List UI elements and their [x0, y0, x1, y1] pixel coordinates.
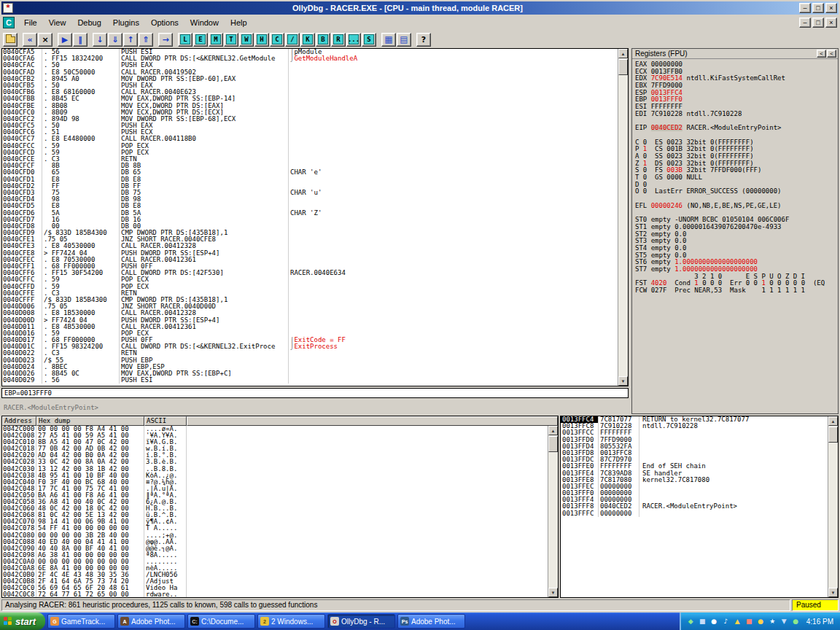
- dump-row[interactable]: 0042C088 40 ED 40 00 04 41 41 00 @φ@..AA…: [2, 539, 548, 545]
- disasm-row[interactable]: 0040D006 .75 05 JNZ SHORT RACER.0040D00D: [2, 303, 618, 310]
- disasm-row[interactable]: 0040CFB6 . E8 68160000 CALL RACER.0040E6…: [2, 89, 618, 96]
- register-line[interactable]: [635, 195, 838, 203]
- disasm-row[interactable]: 0040CFAD . E8 50C50000 CALL RACER.004195…: [2, 69, 618, 76]
- dump-row[interactable]: 0042C068 81 0C 42 00 5E 13 42 00 ü.B.^.B…: [2, 512, 548, 518]
- menu-item[interactable]: Plugins: [107, 16, 145, 29]
- dump-row[interactable]: 0042C070 98 14 41 00 06 9B 41 00 ÿ¶A..¢A…: [2, 518, 548, 525]
- cpu-restore-button[interactable]: □: [812, 18, 824, 28]
- register-line[interactable]: ECX 0013FFB0: [635, 69, 838, 76]
- task-ollydbg[interactable]: O OllyDbg - R...: [327, 614, 395, 629]
- menu-item[interactable]: Options: [145, 16, 184, 29]
- register-line[interactable]: [635, 209, 838, 217]
- disasm-row[interactable]: 0040CFC6 . 51 PUSH ECX: [2, 129, 618, 136]
- disasm-row[interactable]: 0040CFE3 . E8 40530000 CALL RACER.004123…: [2, 243, 618, 249]
- registers-pager-right[interactable]: <: [827, 50, 836, 58]
- task-gametracker[interactable]: G GameTrack...: [47, 614, 115, 629]
- dump-row[interactable]: 0042C058 36 A8 41 00 40 0C 42 00 6¿A.@.B…: [2, 499, 548, 505]
- step-into-icon[interactable]: ↓: [93, 33, 107, 47]
- step-over-icon[interactable]: ⇓: [108, 33, 122, 47]
- pane-letter-button[interactable]: ...: [346, 33, 361, 47]
- disasm-row[interactable]: 0040CFCD . 59 POP ECX: [2, 149, 618, 156]
- menu-item[interactable]: Debug: [71, 16, 106, 29]
- task-adobe-photoshop-1[interactable]: A Adobe Phot...: [117, 614, 185, 629]
- disasm-row[interactable]: 0040CFAC . 50 PUSH EAX: [2, 62, 618, 69]
- pane-letter-button[interactable]: M: [209, 33, 223, 47]
- register-line[interactable]: ST2 empty 0.0: [635, 231, 838, 238]
- dump-row[interactable]: 0042C0C8 72 64 77 61 72 65 00 00 rdware.…: [2, 591, 548, 597]
- disasm-row[interactable]: 0040D01C . FF15 98324200 CALL DWORD PTR …: [2, 343, 618, 350]
- dump-row[interactable]: 0042C098 A6 38 41 00 00 00 00 00 ª8A....…: [2, 552, 548, 559]
- usb-icon[interactable]: ▼: [779, 618, 789, 625]
- messenger-icon[interactable]: ■: [744, 618, 754, 625]
- start-button[interactable]: start: [0, 612, 45, 630]
- disasm-row[interactable]: 0040CFA6 . FF15 18324200 CALL DWORD PTR …: [2, 55, 618, 62]
- disasm-row[interactable]: 0040CFEC . E8 70530000 CALL RACER.004123…: [2, 257, 618, 263]
- scroll-up-icon[interactable]: ▲: [548, 426, 558, 435]
- dump-row[interactable]: 0042C0C0 56 69 64 65 6F 20 48 61 Video H…: [2, 585, 548, 591]
- stack-row[interactable]: 0013FFE4 7C839AD8 SE handler: [561, 470, 828, 477]
- register-line[interactable]: EAX 00000000: [635, 61, 838, 69]
- scroll-down-icon[interactable]: ▼: [828, 588, 838, 597]
- pane-letter-button[interactable]: W: [239, 33, 254, 47]
- scroll-down-icon[interactable]: ▼: [548, 588, 558, 597]
- stack-row[interactable]: 0013FFF8 0040CED2 RACER.<ModuleEntryPoin…: [561, 503, 828, 510]
- disasm-row[interactable]: 0040D017 . 68 FF000000 PUSH 0FF ⌠ExitCod…: [2, 337, 618, 343]
- dump-row[interactable]: 0042C0A8 6E 8A 41 00 00 00 00 00 nèA....…: [2, 565, 548, 572]
- register-line[interactable]: P 1 CS 001B 32bit 0(FFFFFFFF): [635, 146, 838, 153]
- close-program-icon[interactable]: ×: [38, 33, 52, 47]
- run-icon[interactable]: ▶: [58, 33, 72, 47]
- disasm-row[interactable]: 0040D016 . 59 POP ECX: [2, 330, 618, 337]
- scheduler-icon[interactable]: ★: [768, 618, 777, 625]
- register-line[interactable]: ST6 empty 1.0000000000000000000: [635, 259, 838, 266]
- disasm-row[interactable]: 0040CFD7 16 DB 16: [2, 217, 618, 223]
- dump-row[interactable]: 0042C080 00 00 00 00 3B 2B 40 00 ....;+@…: [2, 532, 548, 539]
- dump-row[interactable]: 0042C048 17 7C 41 00 75 7C 41 00 .|A.u|A…: [2, 486, 548, 492]
- dump-row[interactable]: 0042C000 00 00 00 00 F8 A4 41 00 ....ø¤A…: [2, 426, 548, 432]
- register-line[interactable]: EIP 0040CED2 RACER.<ModuleEntryPoint>: [635, 125, 838, 132]
- cpu-minimize-button[interactable]: –: [799, 18, 811, 28]
- pane-letter-button[interactable]: C: [270, 33, 284, 47]
- pane-letter-button[interactable]: K: [300, 33, 315, 47]
- help-icon[interactable]: ?: [416, 33, 431, 47]
- pane-letter-button[interactable]: S: [362, 33, 376, 47]
- pane-letter-button[interactable]: E: [193, 33, 208, 47]
- stack-row[interactable]: 0013FFCC FFFFFFFF: [561, 429, 828, 436]
- dump-row[interactable]: 0042C010 8B A5 41 00 47 0C 42 00 ï¥A.G.B…: [2, 439, 548, 446]
- pane-letter-button[interactable]: L: [178, 33, 192, 47]
- stack-row[interactable]: 0013FFF0 00000000: [561, 490, 828, 497]
- appearance-icon[interactable]: ▦: [381, 33, 396, 47]
- task-command-prompt[interactable]: C: C:\Docume...: [187, 614, 255, 629]
- disasm-scrollbar[interactable]: ▲ ▼: [618, 49, 628, 386]
- disasm-row[interactable]: 0040CFD3 75 DB 75 CHAR 'u': [2, 190, 618, 196]
- disasm-row[interactable]: 0040CFCC . 59 POP ECX: [2, 143, 618, 149]
- firewall-icon[interactable]: ●: [791, 618, 801, 625]
- register-line[interactable]: EBP 0013FFF0: [635, 96, 838, 104]
- register-line[interactable]: ESP 0013FFC4: [635, 90, 838, 97]
- register-line[interactable]: EDI 7C910228 ntdll.7C910228: [635, 111, 838, 118]
- disasm-row[interactable]: 0040CFA5 . 56 PUSH ESI ⌠pModule: [2, 49, 618, 55]
- disasm-row[interactable]: 0040CFBE . 8B08 MOV ECX,DWORD PTR DS:[EA…: [2, 103, 618, 109]
- disasm-row[interactable]: 0040D024 . 8BEC MOV EBP,ESP: [2, 364, 618, 370]
- stack-row[interactable]: 0013FFEC 00000000: [561, 483, 828, 490]
- register-line[interactable]: ST1 empty 0.0000016439076200470e-4933: [635, 224, 838, 231]
- power-icon[interactable]: ●: [756, 618, 766, 625]
- register-line[interactable]: S 0 FS 003B 32bit 7FFDF000(FFF): [635, 167, 838, 174]
- scroll-down-icon[interactable]: ▼: [618, 376, 628, 386]
- register-line[interactable]: 3 2 1 0 E S P U O Z D I: [635, 273, 838, 281]
- disasm-row[interactable]: 0040CFBB . 8B45 EC MOV EAX,DWORD PTR SS:…: [2, 96, 618, 102]
- dump-row[interactable]: 0042C050 BA A6 41 00 F8 A6 41 00 ║ªA.°ªA…: [2, 492, 548, 499]
- register-line[interactable]: [635, 118, 838, 125]
- registers-pager-left[interactable]: <: [817, 50, 826, 58]
- register-line[interactable]: FCW 027F Prec NEAR,53 Mask 1 1 1 1 1 1: [635, 287, 838, 295]
- register-line[interactable]: ST7 empty 1.0000000000000000000: [635, 266, 838, 273]
- disasm-row[interactable]: 0040CFD1 E8 DB E8: [2, 176, 618, 183]
- stack-row[interactable]: 0013FFD8 0013FFC8: [561, 450, 828, 456]
- scroll-thumb[interactable]: [618, 59, 628, 75]
- scroll-thumb[interactable]: [548, 436, 558, 452]
- register-line[interactable]: A 0 SS 0023 32bit 0(FFFFFFFF): [635, 153, 838, 160]
- open-file-button[interactable]: [3, 33, 18, 47]
- disasm-row[interactable]: 0040CFD8 00 DB 00: [2, 223, 618, 230]
- stack-row[interactable]: 0013FFD4 805532FA: [561, 443, 828, 450]
- disasm-row[interactable]: 0040D023 /$ 55 PUSH EBP: [2, 357, 618, 364]
- maximize-button[interactable]: □: [812, 3, 824, 13]
